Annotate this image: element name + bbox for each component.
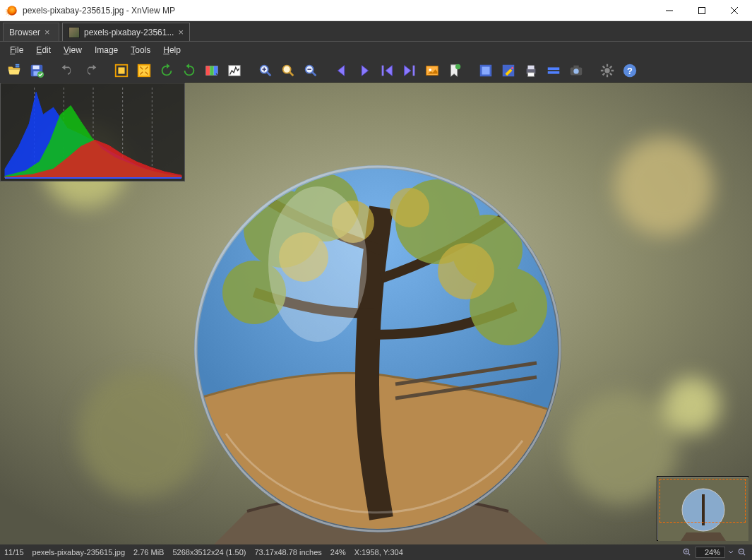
window-close-button[interactable] bbox=[718, 0, 751, 21]
svg-rect-3 bbox=[16, 66, 20, 67]
svg-rect-14 bbox=[214, 66, 218, 75]
navigator-panel[interactable] bbox=[657, 477, 748, 540]
save-button[interactable] bbox=[27, 61, 47, 81]
svg-text:?: ? bbox=[627, 65, 633, 76]
open-file-button[interactable] bbox=[4, 61, 24, 81]
window-title: pexels-pixabay-235615.jpg - XnView MP bbox=[23, 6, 653, 16]
svg-point-57 bbox=[268, 186, 367, 342]
status-bar: 11/15 pexels-pixabay-235615.jpg 2.76 MiB… bbox=[0, 544, 752, 560]
fullscreen-button[interactable] bbox=[476, 61, 496, 81]
svg-point-33 bbox=[573, 68, 578, 73]
svg-rect-5 bbox=[33, 65, 40, 69]
menu-view[interactable]: View bbox=[58, 44, 88, 56]
svg-rect-20 bbox=[413, 65, 415, 76]
svg-point-54 bbox=[438, 243, 494, 299]
tab-strip: Browser × pexels-pixabay-23561... × bbox=[0, 21, 752, 41]
image-viewport[interactable] bbox=[0, 83, 752, 544]
print-button[interactable] bbox=[521, 61, 541, 81]
svg-rect-1 bbox=[699, 7, 705, 13]
tab-image-file[interactable]: pexels-pixabay-23561... × bbox=[62, 23, 190, 41]
navigator-viewport-rect[interactable] bbox=[660, 479, 746, 523]
histogram-panel[interactable] bbox=[0, 83, 185, 181]
zoom-in-button[interactable] bbox=[256, 61, 275, 81]
status-cursor: X:1958, Y:304 bbox=[354, 548, 403, 556]
svg-point-35 bbox=[604, 68, 609, 73]
svg-rect-12 bbox=[206, 66, 210, 75]
svg-point-23 bbox=[455, 64, 460, 68]
svg-point-41 bbox=[78, 370, 205, 497]
redo-button[interactable] bbox=[80, 61, 100, 81]
zoom-out-status-button[interactable] bbox=[736, 547, 748, 558]
app-logo-icon bbox=[6, 4, 18, 17]
fit-image-button[interactable] bbox=[134, 61, 154, 81]
undo-button[interactable] bbox=[58, 61, 78, 81]
batch-convert-button[interactable] bbox=[544, 61, 563, 81]
zoom-percent-field[interactable]: 24% bbox=[696, 547, 725, 558]
svg-point-56 bbox=[390, 188, 429, 227]
rotate-left-button[interactable] bbox=[157, 61, 177, 81]
status-filesize: 2.76 MiB bbox=[133, 548, 164, 556]
tab-browser[interactable]: Browser × bbox=[3, 23, 59, 41]
svg-rect-13 bbox=[210, 66, 214, 75]
svg-rect-10 bbox=[138, 64, 150, 76]
window-maximize-button[interactable] bbox=[686, 0, 718, 21]
settings-button[interactable] bbox=[597, 61, 617, 81]
status-index: 11/15 bbox=[4, 548, 24, 556]
status-dimensions: 5268x3512x24 (1.50) bbox=[172, 548, 246, 556]
svg-point-43 bbox=[664, 377, 720, 434]
zoom-in-status-button[interactable] bbox=[681, 547, 693, 558]
levels-button[interactable] bbox=[225, 61, 244, 81]
acquire-button[interactable] bbox=[566, 61, 586, 81]
svg-rect-29 bbox=[527, 72, 534, 76]
svg-point-40 bbox=[614, 137, 713, 236]
svg-rect-9 bbox=[118, 67, 124, 73]
svg-rect-31 bbox=[548, 71, 560, 73]
svg-rect-34 bbox=[573, 65, 578, 68]
menu-edit[interactable]: Edit bbox=[30, 44, 56, 56]
tag-button[interactable] bbox=[445, 61, 465, 81]
window-titlebar: pexels-pixabay-235615.jpg - XnView MP bbox=[0, 0, 752, 21]
status-printsize: 73.17x48.78 inches bbox=[254, 548, 321, 556]
menu-file[interactable]: File bbox=[4, 44, 29, 56]
svg-rect-28 bbox=[527, 65, 534, 69]
help-button[interactable]: ? bbox=[620, 61, 640, 81]
window-minimize-button[interactable] bbox=[653, 0, 686, 21]
svg-rect-2 bbox=[16, 64, 20, 65]
status-zoom: 24% bbox=[330, 548, 346, 556]
svg-rect-30 bbox=[548, 67, 560, 70]
zoom-actual-button[interactable] bbox=[278, 61, 298, 81]
menu-tools[interactable]: Tools bbox=[125, 44, 156, 56]
svg-point-22 bbox=[429, 68, 431, 71]
first-file-button[interactable] bbox=[377, 61, 397, 81]
zoom-control: 24% bbox=[681, 547, 748, 558]
menu-bar: File Edit View Image Tools Help bbox=[0, 42, 752, 59]
zoom-out-button[interactable] bbox=[301, 61, 321, 81]
svg-rect-19 bbox=[382, 65, 384, 76]
menu-image[interactable]: Image bbox=[89, 44, 124, 56]
status-filename: pexels-pixabay-235615.jpg bbox=[32, 548, 125, 556]
svg-rect-25 bbox=[482, 66, 490, 74]
menu-help[interactable]: Help bbox=[157, 44, 186, 56]
prev-file-button[interactable] bbox=[332, 61, 352, 81]
next-file-button[interactable] bbox=[354, 61, 374, 81]
draw-button[interactable] bbox=[499, 61, 518, 81]
main-toolbar: ? bbox=[0, 59, 752, 83]
tab-label: pexels-pixabay-23561... bbox=[84, 28, 174, 37]
close-icon[interactable]: × bbox=[178, 28, 184, 37]
rotate-right-button[interactable] bbox=[179, 61, 199, 81]
auto-levels-button[interactable] bbox=[202, 61, 222, 81]
close-icon[interactable]: × bbox=[44, 28, 50, 37]
slideshow-button[interactable] bbox=[422, 61, 442, 81]
chevron-down-icon[interactable] bbox=[728, 549, 734, 555]
tab-label: Browser bbox=[9, 28, 40, 37]
fit-window-button[interactable] bbox=[112, 61, 131, 81]
tab-thumbnail-icon bbox=[68, 27, 80, 38]
last-file-button[interactable] bbox=[400, 61, 419, 81]
